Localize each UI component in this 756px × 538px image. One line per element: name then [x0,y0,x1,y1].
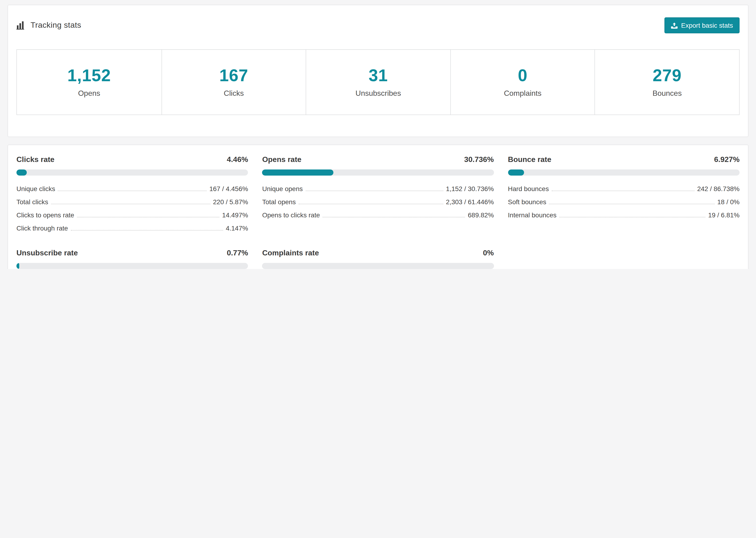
stat-label: Clicks [162,89,306,98]
rate-percent: 6.927% [714,153,739,166]
rate-row: Hard bounces242 / 86.738% [508,182,739,195]
rate-row-label: Unique opens [262,185,303,192]
rate-row-label: Hard bounces [508,185,549,192]
rate-head: Complaints rate0% [262,247,494,259]
rate-row-value: 689.82% [468,211,494,219]
dotted-leader [51,203,210,204]
rate-percent: 30.736% [464,153,494,166]
rate-head: Clicks rate4.46% [17,153,248,166]
stats-summary: 1,152Opens167Clicks31Unsubscribes0Compla… [17,49,739,115]
rate-row-label: Internal bounces [508,211,557,219]
rate-row-label: Click through rate [17,224,68,232]
stat-value: 31 [306,66,450,85]
rate-head: Unsubscribe rate0.77% [17,247,248,259]
bar-chart-icon [17,21,26,29]
rate-rows: Unique clicks167 / 4.456%Total clicks220… [17,182,248,235]
rate-row-value: 2,303 / 61.446% [446,198,494,206]
stat-opens: 1,152Opens [17,50,161,115]
rate-row: Total opens2,303 / 61.446% [262,195,494,208]
rate-row: Unique clicks167 / 4.456% [17,182,248,195]
rate-head: Bounce rate6.927% [508,153,739,166]
stat-label: Opens [17,89,161,98]
rate-percent: 0.77% [227,247,248,259]
stat-value: 1,152 [17,66,161,85]
rate-row: Click through rate4.147% [17,222,248,235]
rate-block-clicks-rate: Clicks rate4.46%Unique clicks167 / 4.456… [17,153,248,235]
stat-value: 279 [595,66,739,85]
rate-rows: Unique opens1,152 / 30.736%Total opens2,… [262,182,494,222]
rate-title: Bounce rate [508,153,551,166]
rate-row: Internal bounces19 / 6.81% [508,208,739,222]
rate-row: Clicks to opens rate14.497% [17,208,248,222]
rate-row-value: 242 / 86.738% [697,185,739,192]
rate-row-value: 220 / 5.87% [213,198,248,206]
rate-row-label: Total opens [262,198,296,206]
rate-title: Unsubscribe rate [17,247,78,259]
progress-track [262,263,494,269]
rate-row-value: 14.497% [222,211,248,219]
rate-row-label: Clicks to opens rate [17,211,74,219]
progress-fill [17,263,20,269]
rate-row: Opens to clicks rate689.82% [262,208,494,222]
rate-row-value: 1,152 / 30.736% [446,185,494,192]
rates-card: Clicks rate4.46%Unique clicks167 / 4.456… [8,144,748,269]
stat-label: Bounces [595,89,739,98]
page: Tracking stats Export basic stats 1,152O… [0,0,756,269]
dotted-leader [77,217,219,217]
progress-fill [262,170,333,176]
dotted-leader [58,190,207,191]
rate-row-value: 167 / 4.456% [209,185,248,192]
dotted-leader [71,230,223,230]
progress-track [17,263,248,269]
dotted-leader [549,203,715,204]
rate-row-label: Opens to clicks rate [262,211,320,219]
progress-fill [508,170,524,176]
rate-row: Unique opens1,152 / 30.736% [262,182,494,195]
page-title: Tracking stats [30,21,81,30]
rate-row-value: 18 / 0% [717,198,739,206]
rates-grid: Clicks rate4.46%Unique clicks167 / 4.456… [17,153,739,269]
rate-row-value: 4.147% [226,224,248,232]
progress-track [17,170,248,176]
rate-rows: Hard bounces242 / 86.738%Soft bounces18 … [508,182,739,222]
rate-row-value: 19 / 6.81% [708,211,739,219]
rate-block-unsubscribe-rate: Unsubscribe rate0.77%Unsubscribes31 [17,247,248,269]
progress-track [508,170,739,176]
stat-clicks: 167Clicks [161,50,306,115]
tracking-stats-header: Tracking stats Export basic stats [8,5,748,43]
rate-head: Opens rate30.736% [262,153,494,166]
rate-title: Clicks rate [17,153,54,166]
rate-row: Total clicks220 / 5.87% [17,195,248,208]
rate-block-complaints-rate: Complaints rate0%Complaints0 [262,247,494,269]
stat-value: 0 [451,66,595,85]
stat-unsubscribes: 31Unsubscribes [306,50,450,115]
dotted-leader [323,217,465,217]
export-button-label: Export basic stats [681,22,733,29]
dotted-leader [559,217,705,217]
rate-title: Complaints rate [262,247,319,259]
rate-row-label: Total clicks [17,198,48,206]
export-icon [671,22,677,28]
dotted-leader [552,190,694,191]
rate-percent: 0% [483,247,494,259]
rate-block-bounce-rate: Bounce rate6.927%Hard bounces242 / 86.73… [508,153,739,235]
stat-label: Complaints [451,89,595,98]
rate-title: Opens rate [262,153,301,166]
rate-block-opens-rate: Opens rate30.736%Unique opens1,152 / 30.… [262,153,494,235]
progress-track [262,170,494,176]
rate-row-label: Soft bounces [508,198,546,206]
stat-bounces: 279Bounces [595,50,739,115]
stat-complaints: 0Complaints [450,50,595,115]
rate-row: Soft bounces18 / 0% [508,195,739,208]
dotted-leader [298,203,443,204]
dotted-leader [305,190,443,191]
progress-fill [17,170,27,176]
rate-percent: 4.46% [227,153,248,166]
rate-row-label: Unique clicks [17,185,55,192]
stat-label: Unsubscribes [306,89,450,98]
export-basic-stats-button[interactable]: Export basic stats [664,17,739,33]
stat-value: 167 [162,66,306,85]
tracking-stats-card: Tracking stats Export basic stats 1,152O… [8,5,748,137]
